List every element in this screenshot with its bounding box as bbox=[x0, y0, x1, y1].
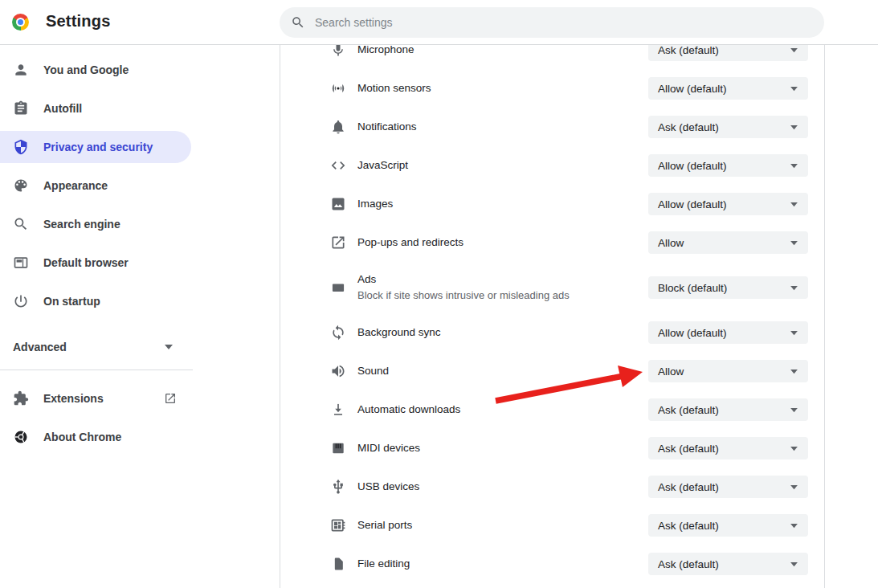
permission-dropdown[interactable]: Allow (default) bbox=[648, 193, 808, 215]
chevron-down-icon bbox=[790, 125, 798, 130]
permission-row-motion-sensors: Motion sensors Allow (default) bbox=[280, 69, 824, 108]
chevron-down-icon bbox=[790, 484, 798, 490]
chevron-down-icon bbox=[790, 446, 798, 451]
search-bar[interactable] bbox=[280, 7, 824, 38]
chevron-down-icon bbox=[790, 561, 798, 567]
sidebar-item-appearance[interactable]: Appearance bbox=[0, 169, 191, 202]
sidebar-item-you-and-google[interactable]: You and Google bbox=[0, 54, 191, 86]
permission-row-pop-ups-and-redirects: Pop-ups and redirects Allow bbox=[280, 223, 824, 262]
permission-dropdown[interactable]: Allow bbox=[648, 231, 808, 254]
popup-icon bbox=[330, 235, 346, 251]
chrome-logo-icon bbox=[12, 14, 29, 31]
permission-row-midi-devices: MIDI devices Ask (default) bbox=[280, 429, 824, 468]
chevron-down-icon bbox=[164, 344, 174, 350]
permission-dropdown[interactable]: Ask (default) bbox=[648, 553, 808, 575]
motion-sensors-icon bbox=[330, 80, 346, 96]
autofill-icon bbox=[13, 100, 29, 116]
ads-icon bbox=[330, 280, 346, 296]
permission-dropdown[interactable]: Block (default) bbox=[648, 276, 808, 299]
page-title: Settings bbox=[46, 12, 111, 31]
permission-dropdown[interactable]: Ask (default) bbox=[648, 476, 808, 498]
chevron-down-icon bbox=[790, 163, 798, 169]
header: Settings bbox=[0, 0, 878, 45]
permission-dropdown[interactable]: Allow (default) bbox=[648, 77, 808, 100]
permission-row-file-editing: File editing Ask (default) bbox=[280, 545, 824, 583]
site-settings-content: Microphone Ask (default) Motion sensors … bbox=[280, 45, 825, 588]
permission-dropdown[interactable]: Allow (default) bbox=[648, 154, 808, 177]
permission-row-javascript: JavaScript Allow (default) bbox=[280, 146, 824, 185]
microphone-icon bbox=[330, 45, 346, 58]
permission-row-background-sync: Background sync Allow (default) bbox=[280, 313, 824, 352]
chevron-down-icon bbox=[790, 407, 798, 413]
permission-dropdown[interactable]: Allow (default) bbox=[648, 321, 808, 344]
usb-icon bbox=[330, 479, 346, 495]
person-icon bbox=[13, 62, 29, 78]
permission-row-ads: Ads Block if site shows intrusive or mis… bbox=[280, 262, 824, 313]
permission-row-automatic-downloads: Automatic downloads Ask (default) bbox=[280, 390, 824, 429]
permission-dropdown[interactable]: Ask (default) bbox=[648, 398, 808, 421]
permission-dropdown[interactable]: Ask (default) bbox=[648, 437, 808, 459]
midi-icon bbox=[330, 440, 346, 456]
sidebar-item-privacy-and-security[interactable]: Privacy and security bbox=[0, 131, 191, 163]
speaker-icon bbox=[330, 363, 346, 379]
sidebar-nav: You and Google Autofill Privacy and secu… bbox=[0, 45, 191, 317]
sidebar-item-about-chrome[interactable]: About Chrome bbox=[0, 421, 191, 453]
chevron-down-icon bbox=[790, 523, 798, 529]
chrome-mono-icon bbox=[13, 429, 29, 445]
permission-row-notifications: Notifications Ask (default) bbox=[280, 108, 824, 146]
palette-icon bbox=[13, 178, 29, 194]
magnifier-icon bbox=[13, 216, 29, 232]
shield-icon bbox=[13, 139, 29, 155]
chevron-down-icon bbox=[790, 330, 798, 336]
permission-row-sound: Sound Allow bbox=[280, 352, 824, 390]
chevron-down-icon bbox=[790, 369, 798, 374]
chevron-down-icon bbox=[790, 202, 798, 207]
sidebar-item-on-startup[interactable]: On startup bbox=[0, 285, 191, 317]
sidebar: You and Google Autofill Privacy and secu… bbox=[0, 45, 279, 588]
chevron-down-icon bbox=[790, 86, 798, 92]
chrome-settings-page: You and Google Autofill Privacy and secu… bbox=[0, 0, 878, 588]
sidebar-item-search-engine[interactable]: Search engine bbox=[0, 208, 191, 240]
advanced-label: Advanced bbox=[13, 341, 67, 353]
advanced-toggle[interactable]: Advanced bbox=[0, 331, 191, 363]
permission-dropdown[interactable]: Allow bbox=[648, 360, 808, 382]
chevron-down-icon bbox=[790, 47, 798, 53]
search-input[interactable] bbox=[315, 16, 785, 29]
permission-dropdown[interactable]: Ask (default) bbox=[648, 45, 808, 61]
sidebar-item-default-browser[interactable]: Default browser bbox=[0, 247, 191, 279]
sidebar-item-autofill[interactable]: Autofill bbox=[0, 92, 191, 125]
file-edit-icon bbox=[330, 556, 346, 572]
chevron-down-icon bbox=[790, 285, 798, 291]
sidebar-footer: Extensions About Chrome bbox=[0, 370, 191, 453]
permission-dropdown[interactable]: Ask (default) bbox=[648, 116, 808, 138]
open-in-new-icon[interactable] bbox=[164, 392, 177, 405]
image-icon bbox=[330, 196, 346, 212]
chevron-down-icon bbox=[790, 240, 798, 246]
permission-row-microphone: Microphone Ask (default) bbox=[280, 45, 824, 69]
permission-dropdown[interactable]: Ask (default) bbox=[648, 514, 808, 537]
permission-row-serial-ports: Serial ports Ask (default) bbox=[280, 506, 824, 545]
sidebar-item-extensions[interactable]: Extensions bbox=[0, 382, 191, 414]
sync-icon bbox=[330, 325, 346, 341]
permission-row-usb-devices: USB devices Ask (default) bbox=[280, 468, 824, 506]
serial-icon bbox=[330, 517, 346, 533]
bell-icon bbox=[330, 119, 346, 135]
permission-row-images: Images Allow (default) bbox=[280, 185, 824, 223]
code-icon bbox=[330, 157, 346, 174]
puzzle-icon bbox=[13, 390, 29, 406]
permissions-list: Microphone Ask (default) Motion sensors … bbox=[280, 45, 824, 583]
power-icon bbox=[13, 293, 29, 309]
download-icon bbox=[330, 402, 346, 418]
browser-icon bbox=[13, 255, 29, 271]
search-icon bbox=[291, 15, 305, 30]
